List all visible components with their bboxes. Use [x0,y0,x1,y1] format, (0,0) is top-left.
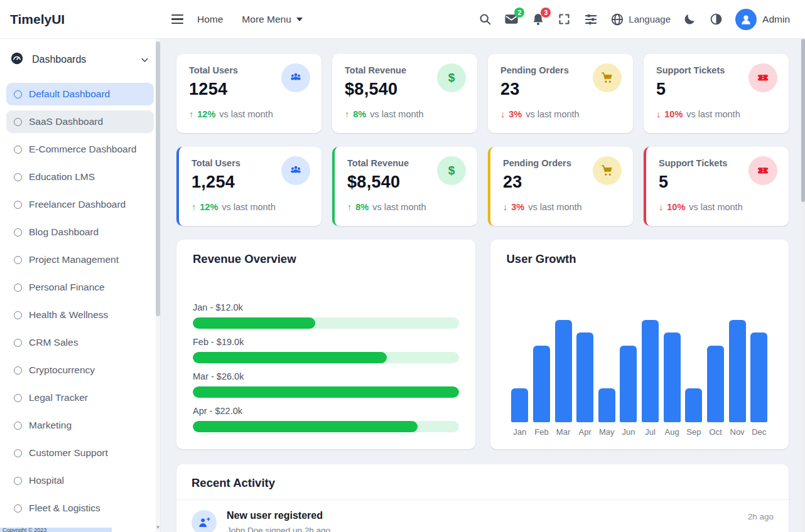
stat-delta: ↓ 10% vs last month [659,202,776,212]
sidebar-item-label: Default Dashboard [29,88,110,100]
trend-down-icon: ↓ [659,202,663,212]
sidebar-item-legal-tracker[interactable]: Legal Tracker [6,386,154,409]
sidebar-section-dashboards[interactable]: Dashboards [0,39,160,75]
sidebar-scrollbar[interactable]: ▼ [156,39,160,532]
sidebar-item-default-dashboard[interactable]: Default Dashboard [6,83,154,105]
sidebar-item-label: Hospital [29,475,64,486]
sidebar-item-customer-support[interactable]: Customer Support [6,442,154,464]
stat-delta-value: 8% [355,202,369,212]
sidebar-item-blog-dashboard[interactable]: Blog Dashboard [6,221,154,243]
sidebar-scrollbar-thumb[interactable] [156,41,160,316]
activity-text: New user registered John Doe signed up 2… [227,510,330,532]
revenue-bar-fill [193,317,315,329]
nav-link-more-menu[interactable]: More Menu [242,14,302,25]
growth-x-label: Nov [730,427,745,437]
sidebar-item-personal-finance[interactable]: Personal Finance [6,276,154,299]
page-scrollbar-thumb[interactable] [801,39,805,202]
sidebar-item-project-management[interactable]: Project Management [6,248,154,271]
mail-icon[interactable]: 2 [504,12,519,26]
revenue-bar-group: Jan - $12.0k [193,302,459,329]
stat-delta-value: 12% [200,202,218,212]
sidebar-item-label: Education LMS [29,171,95,183]
growth-column: Oct [705,319,727,437]
growth-column: Sep [683,319,705,437]
chart-title: User Growth [507,252,773,266]
growth-column: Jul [639,319,661,437]
stat-delta: ↑ 8% vs last month [347,202,465,212]
revenue-bar-track [193,352,459,363]
stat-delta: ↓ 3% vs last month [503,202,620,212]
bell-icon[interactable]: 3 [531,12,545,26]
contrast-icon[interactable] [709,12,723,26]
sidebar-item-freelancer-dashboard[interactable]: Freelancer Dashboard [6,193,154,216]
sidebar-item-ecommerce-dashboard[interactable]: E-Commerce Dashboard [6,138,154,161]
dollar-glyph: $ [448,71,455,85]
sidebar-item-health-wellness[interactable]: Health & Wellness [6,304,154,326]
dark-mode-moon-icon[interactable] [683,12,697,26]
sidebar-item-label: Fleet & Logistics [29,503,100,514]
stat-card-total-revenue: Total Revenue $8,540 $ ↑ 8% vs last mont… [332,54,477,133]
revenue-bar-track [193,386,459,398]
trend-up-icon: ↑ [345,109,349,119]
fullscreen-icon[interactable] [557,12,571,26]
main-content: Total Users 1254 ↑ 12% vs last month Tot… [161,39,805,532]
language-switcher[interactable]: Language [610,12,671,26]
stats-row-1: Total Users 1254 ↑ 12% vs last month Tot… [176,54,789,133]
trend-down-icon: ↓ [500,109,505,119]
hamburger-menu-icon[interactable] [171,14,183,24]
sidebar-item-hospital[interactable]: Hospital [6,469,154,492]
sidebar-item-label: Legal Tracker [29,392,88,403]
circle-icon [14,118,22,126]
dollar-icon: $ [437,156,466,185]
circle-icon [14,449,22,457]
activity-list-item: New user registered John Doe signed up 2… [176,500,789,532]
nav-link-label: Home [197,14,223,25]
growth-x-label: Feb [534,427,548,437]
stat-delta: ↑ 12% vs last month [192,202,309,212]
revenue-overview-card: Revenue Overview Jan - $12.0k Feb - $19.… [176,240,475,449]
footer-fragment: Copyright © 2023 [0,528,112,532]
sidebar-item-cryptocurrency[interactable]: Cryptocurrency [6,359,154,381]
growth-column: Apr [574,319,596,437]
growth-x-label: Mar [556,427,570,437]
sliders-icon[interactable] [583,12,598,26]
page-scrollbar[interactable] [801,39,805,532]
growth-column: Mar [553,319,575,437]
sidebar-item-fleet-logistics[interactable]: Fleet & Logistics [6,497,154,519]
growth-x-label: Aug [665,427,679,437]
circle-icon [14,394,22,402]
stat-delta-value: 10% [667,202,685,212]
navbar-actions: 2 3 Language Admin [478,9,805,30]
main-nav: Home More Menu [197,14,303,25]
revenue-bar-group: Apr - $22.0k [193,406,459,432]
charts-row: Revenue Overview Jan - $12.0k Feb - $19.… [176,240,789,449]
growth-x-label: Jul [645,427,656,437]
stat-delta-caption: vs last month [526,109,579,119]
sidebar-item-crm-sales[interactable]: CRM Sales [6,331,154,354]
growth-column: Dec [748,319,770,437]
scroll-down-arrow-icon[interactable]: ▼ [155,524,161,530]
growth-x-label: Apr [579,427,592,437]
stat-delta: ↑ 12% vs last month [189,109,309,119]
growth-bar [555,320,572,422]
stats-row-2: Total Users 1,254 ↑ 12% vs last month To… [176,147,789,226]
revenue-bar-label: Feb - $19.0k [193,337,459,347]
growth-bar [664,332,681,422]
growth-bar [707,346,724,422]
activity-timestamp: 2h ago [748,510,774,521]
search-icon[interactable] [478,12,492,26]
sidebar-item-saas-dashboard[interactable]: SaaS Dashboard [6,110,154,133]
nav-link-home[interactable]: Home [197,14,223,25]
user-menu[interactable]: Admin [735,9,790,30]
sidebar-item-marketing[interactable]: Marketing [6,414,154,437]
brand-logo[interactable]: TimelyUI [0,12,161,27]
revenue-bar-fill [193,352,387,363]
sidebar-section-label: Dashboards [32,54,86,65]
growth-x-label: Jan [513,427,526,437]
sidebar-item-label: Blog Dashboard [29,226,99,238]
sidebar-item-label: Cryptocurrency [29,364,95,376]
user-plus-icon [192,510,217,532]
dollar-glyph: $ [448,164,455,178]
sidebar-item-label: SaaS Dashboard [29,116,103,127]
sidebar-item-education-lms[interactable]: Education LMS [6,166,154,188]
